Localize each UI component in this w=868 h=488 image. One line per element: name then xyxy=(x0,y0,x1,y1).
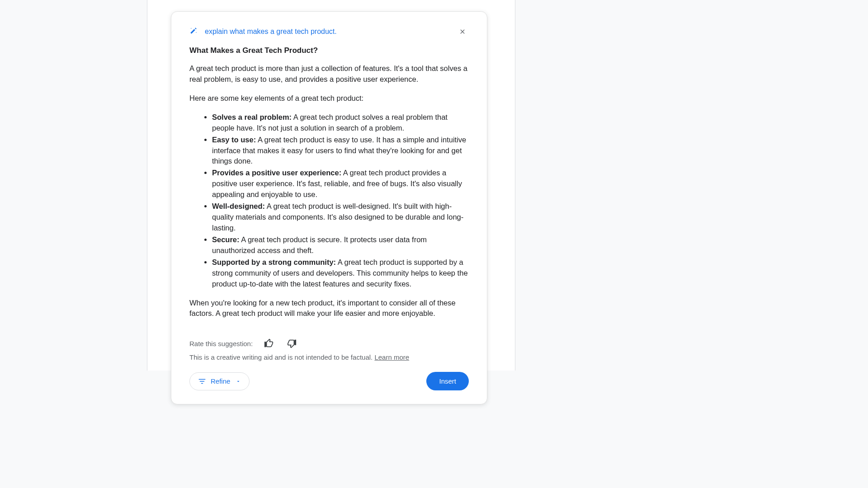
bullet-list: Solves a real problem: A great tech prod… xyxy=(189,112,469,290)
rating-row: Rate this suggestion: xyxy=(189,337,469,350)
leadin-paragraph: Here are some key elements of a great te… xyxy=(189,93,469,104)
refine-button[interactable]: Refine xyxy=(189,372,250,390)
refine-label: Refine xyxy=(211,377,230,385)
close-button[interactable] xyxy=(456,25,469,38)
thumbs-down-icon xyxy=(287,338,297,348)
list-item: Solves a real problem: A great tech prod… xyxy=(212,112,469,134)
outro-paragraph: When you're looking for a new tech produ… xyxy=(189,298,469,319)
svg-point-1 xyxy=(196,32,197,33)
ai-suggestion-card: explain what makes a great tech product.… xyxy=(171,11,487,404)
content-body: A great tech product is more than just a… xyxy=(189,63,469,319)
content-heading: What Makes a Great Tech Product? xyxy=(189,46,469,55)
list-item: Provides a positive user experience: A g… xyxy=(212,168,469,200)
list-item: Easy to use: A great tech product is eas… xyxy=(212,135,469,167)
prompt-text: explain what makes a great tech product. xyxy=(205,28,449,36)
thumbs-up-icon xyxy=(264,338,274,348)
insert-button[interactable]: Insert xyxy=(426,372,469,390)
thumbs-up-button[interactable] xyxy=(263,337,275,350)
chevron-down-icon xyxy=(236,379,241,384)
learn-more-link[interactable]: Learn more xyxy=(374,353,409,361)
svg-point-0 xyxy=(191,28,192,29)
intro-paragraph: A great tech product is more than just a… xyxy=(189,63,469,85)
actions-row: Refine Insert xyxy=(189,372,469,390)
rating-label: Rate this suggestion: xyxy=(189,340,253,347)
list-item: Secure: A great tech product is secure. … xyxy=(212,235,469,256)
card-header: explain what makes a great tech product. xyxy=(189,25,469,38)
filter-icon xyxy=(198,377,206,385)
close-icon xyxy=(459,28,466,35)
magic-pen-icon xyxy=(189,27,198,37)
thumbs-down-button[interactable] xyxy=(285,337,298,350)
disclaimer-text: This is a creative writing aid and is no… xyxy=(189,353,469,361)
list-item: Supported by a strong community: A great… xyxy=(212,257,469,290)
list-item: Well-designed: A great tech product is w… xyxy=(212,201,469,234)
